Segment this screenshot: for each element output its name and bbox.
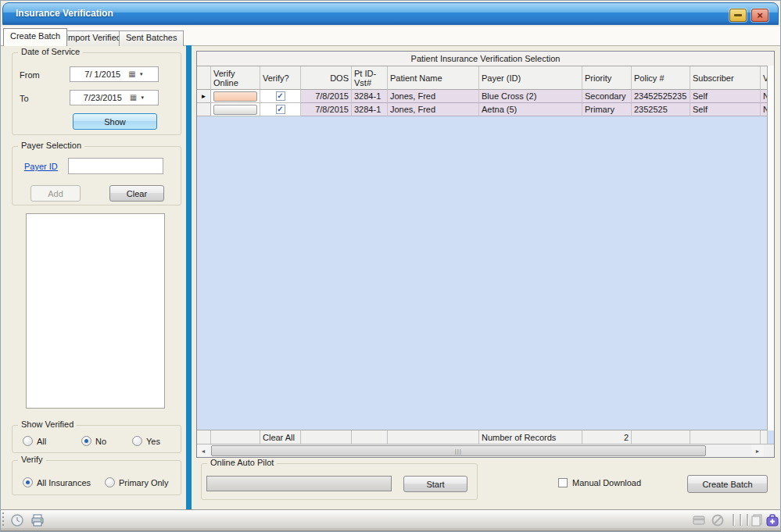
payer-id-link[interactable]: Payer ID — [24, 162, 58, 171]
header-row-selector — [197, 66, 211, 90]
show-verified-yes-radio[interactable]: Yes — [132, 436, 160, 446]
online-auto-pilot-title: Online Auto Pilot — [207, 458, 277, 467]
payer-id-input[interactable] — [68, 158, 163, 174]
printer-icon[interactable] — [30, 513, 45, 527]
table-row[interactable]: ► 7/8/2015 3284-1 Jones, Fred Blue Cross… — [197, 90, 774, 103]
statusbar-separator-bars — [733, 514, 749, 526]
clear-all-cell[interactable]: Clear All — [260, 430, 301, 444]
manual-download-option[interactable]: Manual Download — [558, 478, 641, 487]
verify-primary-only-radio[interactable]: Primary Only — [105, 477, 169, 487]
header-subscriber[interactable]: Subscriber — [690, 66, 761, 90]
row-selector-cell[interactable]: ► — [197, 90, 211, 103]
policy-cell: 2352525 — [632, 103, 690, 116]
create-batch-button[interactable]: Create Batch — [687, 475, 768, 493]
status-bar — [1, 509, 780, 531]
clear-button[interactable]: Clear — [109, 185, 164, 202]
header-patient-name[interactable]: Patient Name — [388, 66, 479, 90]
verify-title: Verify — [18, 455, 46, 464]
verify-checkbox[interactable] — [276, 91, 285, 101]
close-button[interactable]: × — [751, 9, 768, 22]
radio-icon[interactable] — [132, 436, 142, 446]
scroll-right-icon[interactable]: ► — [751, 445, 764, 457]
radio-label: Yes — [146, 437, 160, 446]
verify-all-insurances-radio[interactable]: All Insurances — [23, 477, 91, 487]
panel-splitter[interactable] — [186, 45, 192, 511]
calendar-icon: ▦ — [130, 94, 137, 102]
from-date-field[interactable]: 7/ 1/2015 ▦ ▼ — [70, 66, 159, 82]
show-verified-no-radio[interactable]: No — [81, 436, 106, 446]
header-verify-online[interactable]: Verify Online — [211, 66, 260, 90]
records-value-cell: 2 — [582, 430, 632, 444]
scrollbar-track[interactable]: ||| — [210, 445, 751, 457]
header-pt-id[interactable]: Pt ID-Vst# — [352, 66, 388, 90]
tab-strip: Create Batch Import Verified Sent Batche… — [1, 27, 780, 46]
verify-online-button[interactable] — [213, 91, 257, 102]
table-row[interactable]: 7/8/2015 3284-1 Jones, Fred Aetna (5) Pr… — [197, 103, 774, 116]
row-selector-cell[interactable] — [197, 103, 211, 116]
records-label-cell: Number of Records — [479, 430, 582, 444]
scrollbar-thumb[interactable]: ||| — [211, 445, 706, 456]
verify-online-button[interactable] — [213, 105, 257, 115]
verify-cell — [260, 103, 301, 116]
clock-icon[interactable] — [10, 513, 24, 527]
dos-cell: 7/8/2015 — [301, 90, 352, 103]
minimize-button[interactable] — [729, 9, 747, 22]
statusbar-grip — [2, 512, 4, 527]
footer-selector-cell — [197, 430, 211, 444]
card-icon[interactable] — [692, 513, 706, 527]
grid-footer-row: Clear All Number of Records 2 — [197, 430, 774, 444]
policy-cell: 23452525235 — [632, 90, 690, 103]
header-policy[interactable]: Policy # — [632, 66, 690, 90]
show-verified-all-radio[interactable]: All — [23, 436, 46, 446]
start-button[interactable]: Start — [403, 476, 468, 492]
radio-icon[interactable] — [81, 436, 91, 446]
radio-icon[interactable] — [23, 436, 33, 446]
scrollbar-corner — [764, 445, 774, 457]
footer-verified-cell — [761, 430, 768, 444]
radio-icon[interactable] — [105, 477, 115, 487]
radio-label: All — [37, 437, 46, 446]
payer-listbox[interactable] — [26, 213, 165, 409]
date-of-service-title: Date of Service — [18, 47, 83, 56]
scroll-left-icon[interactable]: ◄ — [197, 445, 210, 457]
grid-caption: Patient Insurance Verification Selection — [197, 52, 774, 66]
radio-icon[interactable] — [23, 477, 33, 487]
from-label: From — [20, 70, 40, 80]
patient-grid: Patient Insurance Verification Selection… — [196, 51, 775, 458]
manual-download-label: Manual Download — [572, 478, 641, 487]
add-button[interactable]: Add — [30, 185, 81, 202]
manual-download-checkbox[interactable] — [558, 478, 568, 487]
header-verify[interactable]: Verify? — [260, 66, 301, 90]
grid-header-row: Verify Online Verify? DOS Pt ID-Vst# Pat… — [197, 66, 774, 90]
header-dos[interactable]: DOS — [301, 66, 352, 90]
footer-subscriber-cell — [690, 430, 761, 444]
chevron-down-icon[interactable]: ▼ — [140, 95, 145, 100]
to-date-field[interactable]: 7/23/2015 ▦ ▼ — [70, 90, 159, 105]
radio-label: Primary Only — [119, 478, 169, 487]
radio-label: All Insurances — [37, 478, 91, 487]
verify-checkbox[interactable] — [276, 105, 285, 114]
verify-online-cell — [211, 103, 260, 116]
tab-import-verified[interactable]: Import Verified — [59, 30, 128, 46]
header-priority[interactable]: Priority — [582, 66, 632, 90]
chevron-down-icon[interactable]: ▼ — [139, 72, 144, 77]
payer-cell: Blue Cross (2) — [479, 90, 582, 103]
patient-name-cell: Jones, Fred — [388, 103, 479, 116]
payer-cell: Aetna (5) — [479, 103, 582, 116]
vertical-scrollbar[interactable] — [767, 66, 774, 430]
footer-policy-cell — [632, 430, 690, 444]
prohibition-icon[interactable] — [711, 513, 725, 527]
show-button[interactable]: Show — [73, 113, 157, 130]
titlebar[interactable]: Insurance Verification × — [2, 2, 779, 25]
current-row-arrow-icon: ► — [201, 93, 207, 100]
horizontal-scrollbar[interactable]: ◄ ||| ► — [197, 444, 774, 457]
verify-online-cell — [211, 90, 260, 103]
tab-sent-batches[interactable]: Sent Batches — [119, 30, 184, 46]
header-payer[interactable]: Payer (ID) — [479, 66, 582, 90]
medical-bag-icon[interactable] — [765, 513, 779, 527]
documents-icon[interactable] — [750, 513, 764, 527]
tab-create-batch[interactable]: Create Batch — [3, 28, 67, 46]
dos-cell: 7/8/2015 — [301, 103, 352, 116]
footer-verify-online-cell — [211, 430, 260, 444]
close-icon: × — [757, 10, 763, 20]
